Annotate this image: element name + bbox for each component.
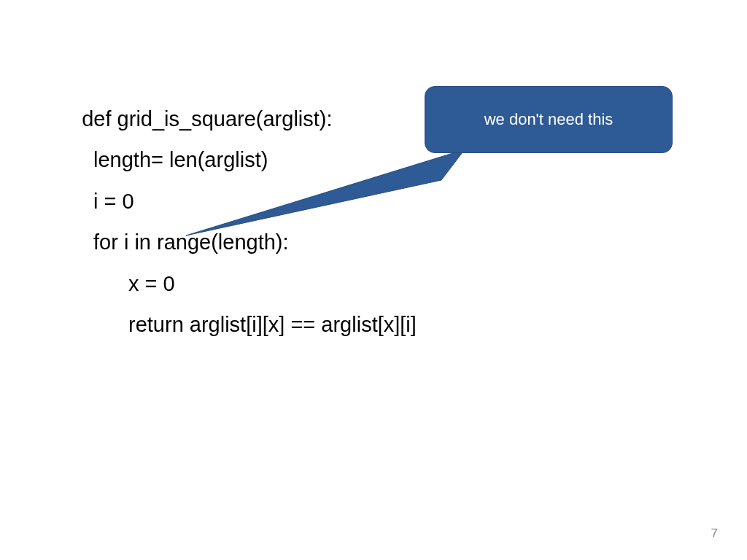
code-line-4: for i in range(length): — [58, 222, 417, 263]
page-number: 7 — [711, 526, 718, 541]
code-block: def grid_is_square(arglist): length= len… — [58, 57, 417, 428]
callout-text: we don't need this — [484, 110, 614, 129]
code-line-3: i = 0 — [58, 181, 417, 222]
code-line-6: return arglist[i][x] == arglist[x][i] — [58, 304, 417, 346]
code-line-2: length= len(arglist) — [58, 139, 417, 181]
callout-box: we don't need this — [425, 86, 673, 153]
code-line-1: def grid_is_square(arglist): — [82, 107, 332, 131]
code-line-5: x = 0 — [58, 263, 417, 305]
slide: def grid_is_square(arglist): length= len… — [0, 0, 747, 560]
